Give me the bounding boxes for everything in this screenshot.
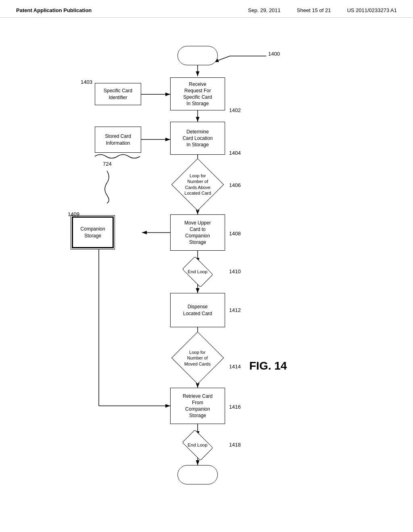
stored-card-info-box: Stored CardInformation: [95, 127, 141, 153]
dispense-text: DispenseLocated Card: [183, 303, 212, 316]
receive-request-box: ReceiveRequest ForSpecific CardIn Storag…: [170, 77, 225, 110]
receive-request-text: ReceiveRequest ForSpecific CardIn Storag…: [183, 81, 212, 107]
companion-storage-text: CompanionStorage: [80, 226, 105, 239]
determine-location-box: DetermineCard LocationIn Storage: [170, 122, 225, 155]
loop-above-diamond: Loop forNumber ofCards AboveLocated Card: [171, 158, 224, 211]
end-loop-2-text: End Loop: [188, 442, 207, 448]
label-1406: 1406: [229, 182, 241, 188]
header-publication-label: Patent Application Publication: [16, 7, 92, 13]
end-terminal: [177, 465, 218, 484]
header-right: Sep. 29, 2011 Sheet 15 of 21 US 2011/023…: [248, 7, 397, 13]
header-sheet: Sheet 15 of 21: [297, 7, 331, 13]
move-upper-card-box: Move UpperCard toCompanionStorage: [170, 214, 225, 251]
label-1414: 1414: [229, 364, 241, 370]
label-724: 724: [103, 161, 112, 167]
move-upper-card-text: Move UpperCard toCompanionStorage: [184, 220, 211, 246]
label-1410: 1410: [229, 268, 241, 274]
loop-moved-text: Loop forNumber ofMoved Cards: [184, 349, 211, 367]
specific-card-id-text: Specific CardIdentifier: [104, 87, 132, 100]
label-1403: 1403: [81, 79, 92, 85]
start-terminal: [177, 46, 218, 65]
end-loop-1-text: End Loop: [188, 269, 207, 275]
label-1409: 1409: [68, 211, 79, 217]
header-date: Sep. 29, 2011: [248, 7, 281, 13]
diagram-area: 1400 ReceiveRequest ForSpecific CardIn S…: [0, 18, 413, 517]
wavy-line: [95, 153, 141, 160]
label-1400: 1400: [268, 51, 280, 57]
loop-above-text: Loop forNumber ofCards AboveLocated Card: [184, 173, 211, 196]
header-patent: US 2011/0233273 A1: [347, 7, 397, 13]
dispense-box: DispenseLocated Card: [170, 293, 225, 327]
label-1408: 1408: [229, 231, 241, 237]
retrieve-card-box: Retrieve CardFromCompanionStorage: [170, 388, 225, 424]
retrieve-card-text: Retrieve CardFromCompanionStorage: [183, 393, 213, 419]
page-header: Patent Application Publication Sep. 29, …: [0, 0, 413, 18]
loop-moved-diamond: Loop forNumber ofMoved Cards: [171, 332, 224, 384]
label-1412: 1412: [229, 307, 241, 313]
label-1404: 1404: [229, 150, 241, 156]
label-1402: 1402: [229, 107, 241, 113]
specific-card-id-box: Specific CardIdentifier: [95, 83, 141, 105]
end-loop-1-diamond: End Loop: [182, 256, 213, 287]
end-loop-2-diamond: End Loop: [182, 430, 213, 461]
label-1418: 1418: [229, 442, 241, 448]
companion-storage-box: CompanionStorage: [71, 215, 115, 249]
label-1416: 1416: [229, 404, 241, 410]
stored-card-info-text: Stored CardInformation: [105, 133, 131, 146]
determine-location-text: DetermineCard LocationIn Storage: [183, 129, 213, 148]
fig-label: FIG. 14: [249, 360, 287, 372]
